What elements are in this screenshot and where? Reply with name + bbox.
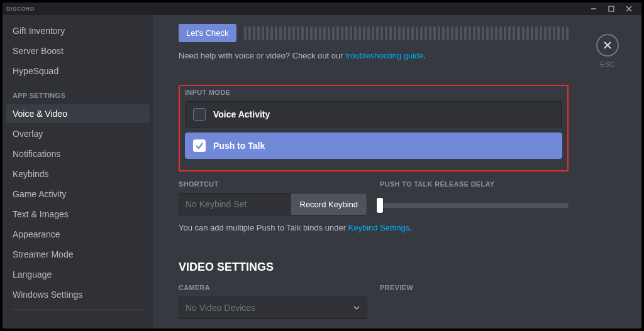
option-label: Voice Activity [213,109,270,119]
sidebar-item-label: Server Boost [13,46,64,56]
window-title-bar: DISCORD [3,3,641,15]
keybind-note: You can add multiple Push to Talk binds … [179,223,569,232]
input-mode-highlight: INPUT MODE Voice Activity Push to Tal [179,85,569,171]
close-settings: ESC [596,34,619,68]
help-text: Need help with voice or video? Check out… [179,51,569,60]
mic-test-row: Let's Check [179,24,569,42]
ptt-delay-heading: PUSH TO TALK RELEASE DELAY [380,180,569,188]
troubleshooting-link[interactable]: troubleshooting guide [345,51,423,60]
sidebar-item-label: Appearance [13,229,60,239]
sidebar-divider [13,309,143,310]
sidebar-item-label: Windows Settings [13,290,82,300]
checkbox-icon [193,139,206,152]
sidebar-item-keybinds[interactable]: Keybinds [6,165,150,183]
sidebar-item-label: HypeSquad [13,66,58,76]
esc-label: ESC [600,60,615,68]
keybind-note-prefix: You can add multiple Push to Talk binds … [179,223,348,232]
camera-heading: CAMERA [179,284,367,291]
close-icon [602,40,613,50]
sidebar-item-label: Text & Images [13,209,69,219]
lets-check-button[interactable]: Let's Check [179,24,236,42]
sidebar-heading-app-settings: APP SETTINGS [6,82,150,103]
sidebar-item-label: Overlay [13,129,43,139]
sidebar-item-overlay[interactable]: Overlay [6,124,150,143]
sidebar-item-label: Language [13,269,52,279]
help-prefix: Need help with voice or video? Check out… [179,51,345,60]
sidebar-item-streamer-mode[interactable]: Streamer Mode [6,245,150,264]
preview-heading: PREVIEW [380,284,569,291]
keybind-settings-link[interactable]: Keybind Settings [348,223,410,232]
sidebar-item-label: Game Activity [13,189,67,199]
mic-level-bars [244,26,569,40]
sidebar-item-hypesquad[interactable]: HypeSquad [6,62,150,80]
sidebar-item-label: Voice & Video [13,109,67,119]
input-mode-push-to-talk[interactable]: Push to Talk [185,133,562,159]
sidebar-item-appearance[interactable]: Appearance [6,225,150,244]
record-keybind-button[interactable]: Record Keybind [291,193,367,215]
input-mode-voice-activity[interactable]: Voice Activity [185,101,562,128]
divider [179,244,569,244]
sidebar-item-label: Notifications [13,149,60,159]
sidebar-item-label: Gift Inventory [13,26,65,36]
sidebar-item-voice-video[interactable]: Voice & Video [6,104,150,123]
settings-sidebar: Gift Inventory Server Boost HypeSquad AP… [3,15,153,328]
app-title: DISCORD [6,6,35,12]
sidebar-item-label: Streamer Mode [13,249,73,259]
video-settings-heading: VIDEO SETTINGS [179,261,569,274]
sidebar-item-gift-inventory[interactable]: Gift Inventory [6,21,150,40]
checkbox-icon [193,108,206,121]
keybind-row: No Keybind Set Record Keybind [179,193,367,215]
option-label: Push to Talk [213,141,265,151]
input-mode-heading: INPUT MODE [185,89,562,96]
keybind-display[interactable]: No Keybind Set [179,193,291,215]
sidebar-item-label: Keybinds [13,169,49,179]
sidebar-item-game-activity[interactable]: Game Activity [6,185,150,203]
keybind-note-suffix: . [409,223,412,232]
close-button[interactable] [596,34,619,57]
slider-thumb[interactable] [377,198,383,213]
ptt-delay-slider[interactable] [380,193,569,215]
sidebar-item-server-boost[interactable]: Server Boost [6,41,150,60]
chevron-down-icon [353,304,360,312]
sidebar-item-text-images[interactable]: Text & Images [6,205,150,224]
svg-rect-0 [609,6,614,11]
camera-select[interactable]: No Video Devices [179,296,367,319]
sidebar-item-notifications[interactable]: Notifications [6,144,150,163]
maximize-button[interactable] [602,3,620,15]
minimize-button[interactable] [585,3,602,15]
help-suffix: . [424,51,426,60]
sidebar-item-language[interactable]: Language [6,265,150,284]
camera-value: No Video Devices [186,303,255,313]
shortcut-heading: SHORTCUT [179,180,367,188]
close-window-button[interactable] [620,3,638,15]
divider [179,72,569,72]
sidebar-item-windows-settings[interactable]: Windows Settings [6,285,150,304]
